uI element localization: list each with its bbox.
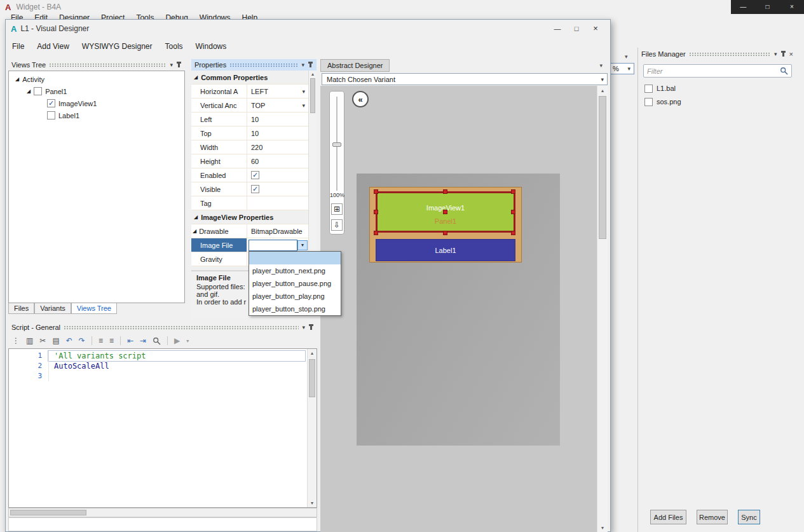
chevron-down-icon[interactable]: ▾	[170, 62, 173, 68]
tree-item-activity[interactable]: ◢ Activity	[9, 73, 184, 85]
property-value-input[interactable]: 10	[247, 113, 308, 126]
dropdown-item[interactable]: player_button_play.png	[249, 290, 341, 303]
chevron-down-icon[interactable]: ▾	[774, 51, 777, 57]
run-script-icon[interactable]: ▶	[174, 336, 180, 345]
close-icon[interactable]: ×	[789, 50, 793, 58]
property-value-dropdown[interactable]: TOP ▾	[247, 99, 308, 112]
indent-icon[interactable]: ⇥	[140, 336, 146, 345]
property-value-dropdown[interactable]: LEFT ▾	[247, 85, 308, 98]
paste-icon[interactable]: ▤	[52, 336, 59, 345]
canvas-scrollbar[interactable]: ▴ ▾	[597, 86, 608, 532]
combo-dropdown-button[interactable]: ▾	[297, 240, 308, 250]
maximize-icon[interactable]: □	[755, 0, 779, 14]
expander-icon[interactable]: ◢	[194, 74, 198, 80]
dropdown-item-empty[interactable]	[249, 252, 341, 264]
property-value-input[interactable]: 60	[247, 154, 308, 168]
chevron-down-icon[interactable]: ▾	[302, 88, 308, 95]
scrollbar-thumb[interactable]	[599, 96, 606, 239]
dropdown-item[interactable]: player_button_next.png	[249, 264, 341, 277]
chevron-down-icon[interactable]: ▾	[301, 62, 304, 68]
maximize-icon[interactable]: □	[567, 21, 586, 36]
properties-scrollbar[interactable]: ▴ ▾	[308, 71, 317, 266]
resize-handle-tl[interactable]	[374, 189, 378, 194]
redo-icon[interactable]: ↷	[79, 336, 85, 345]
property-checkbox-checked[interactable]: ✓	[251, 185, 259, 193]
file-checkbox[interactable]	[644, 85, 653, 93]
tree-item-label1[interactable]: Label1	[9, 109, 184, 121]
scroll-down-icon[interactable]: ▾	[597, 525, 608, 531]
tab-files[interactable]: Files	[8, 303, 34, 314]
variant-combo[interactable]: Match Chosen Variant ▾	[322, 73, 608, 85]
tree-item-panel1[interactable]: ◢ Panel1	[9, 85, 184, 97]
scroll-up-icon[interactable]: ▴	[309, 71, 317, 77]
add-files-button[interactable]: Add Files	[650, 510, 686, 524]
format-list-icon[interactable]: ≡	[99, 336, 103, 345]
resize-handle-br[interactable]	[511, 231, 515, 235]
editor-scrollbar[interactable]: ▴ ▾	[307, 349, 317, 507]
scrollbar-thumb[interactable]	[309, 359, 315, 397]
resize-handle-tr[interactable]	[511, 189, 515, 194]
property-value-input[interactable]: 220	[247, 140, 308, 154]
zoom-slider-thumb[interactable]	[332, 142, 341, 147]
tabstrip-overflow-icon[interactable]: ▾	[599, 62, 603, 69]
scrollbar-thumb[interactable]	[310, 78, 315, 113]
sync-button[interactable]: Sync	[738, 510, 760, 524]
menu-tools[interactable]: Tools	[159, 42, 189, 51]
image-file-combo[interactable]	[249, 240, 297, 251]
editor-hscrollbar[interactable]	[8, 508, 317, 517]
tree-checkbox[interactable]	[47, 111, 55, 119]
property-value-input[interactable]: 10	[247, 126, 308, 140]
pin-icon[interactable]	[782, 51, 784, 57]
file-checkbox[interactable]	[644, 98, 653, 106]
script-editor[interactable]: 1 'All variants script 2 AutoScaleAll 3 …	[8, 348, 317, 508]
grid-toggle-icon[interactable]: ⊞	[331, 203, 343, 215]
filter-input[interactable]	[647, 67, 780, 75]
canvas-label1[interactable]: Label1	[376, 239, 515, 261]
property-section[interactable]: ◢ Common Properties	[191, 71, 308, 85]
copy-icon[interactable]: ▥	[26, 336, 33, 345]
expander-icon[interactable]: ◢	[15, 76, 19, 82]
cut-icon[interactable]: ✂	[39, 336, 46, 345]
pin-icon[interactable]	[178, 62, 180, 67]
tree-checkbox[interactable]	[34, 87, 42, 95]
tree-item-imageview1[interactable]: ✓ ImageView1	[9, 97, 184, 109]
chevron-down-icon[interactable]: ▾	[302, 102, 308, 109]
tab-views-tree[interactable]: Views Tree	[71, 303, 117, 314]
menu-wysiwyg-designer[interactable]: WYSIWYG Designer	[76, 42, 159, 51]
minimize-icon[interactable]: —	[548, 21, 567, 36]
resize-handle-bm[interactable]	[443, 231, 447, 235]
file-list-item[interactable]: sos.png	[638, 95, 796, 108]
minimize-icon[interactable]: —	[731, 0, 755, 14]
property-section[interactable]: ◢ ImageView Properties	[191, 210, 308, 224]
scroll-down-icon[interactable]: ▾	[308, 500, 317, 506]
resize-handle-ml[interactable]	[374, 210, 378, 214]
bg-toolbar-overflow-icon[interactable]: ▾	[625, 53, 628, 60]
property-checkbox-checked[interactable]: ✓	[251, 171, 259, 179]
format-list-icon[interactable]: ≡	[109, 336, 114, 345]
scroll-up-icon[interactable]: ▴	[308, 350, 317, 356]
dropdown-item[interactable]: player_button_pause.png	[249, 277, 341, 290]
expander-icon[interactable]: ◢	[194, 214, 198, 220]
design-canvas[interactable]: 100% ⊞ ⇩ « ImageView1 Panel1 Label1	[320, 86, 597, 532]
search-icon[interactable]	[780, 67, 788, 75]
close-icon[interactable]: ×	[780, 0, 804, 14]
undo-icon[interactable]: ↶	[66, 336, 72, 345]
scrollbar-thumb[interactable]	[10, 510, 86, 515]
close-icon[interactable]: ×	[586, 21, 605, 36]
import-screenshot-icon[interactable]: ⇩	[331, 219, 343, 231]
menu-add-view[interactable]: Add View	[31, 42, 75, 51]
tab-variants[interactable]: Variants	[34, 303, 71, 314]
remove-button[interactable]: Remove	[697, 510, 728, 524]
resize-handle-mr[interactable]	[511, 210, 515, 214]
outdent-icon[interactable]: ⇤	[127, 336, 133, 345]
chevron-down-icon[interactable]: ▾	[186, 338, 189, 344]
menu-windows[interactable]: Windows	[189, 42, 233, 51]
chevron-down-icon[interactable]: ▾	[302, 324, 305, 331]
collapse-left-button[interactable]: «	[352, 91, 369, 107]
pin-icon[interactable]	[310, 62, 311, 67]
property-label-selected[interactable]: Image File	[191, 238, 247, 252]
chevron-down-icon[interactable]: ▾	[601, 76, 607, 83]
property-value-input[interactable]: BitmapDrawable	[247, 224, 308, 238]
tab-abstract-designer[interactable]: Abstract Designer	[320, 59, 390, 72]
scroll-up-icon[interactable]: ▴	[597, 88, 608, 93]
